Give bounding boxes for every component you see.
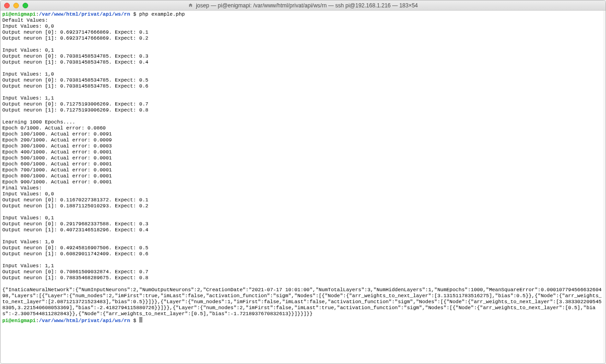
close-icon[interactable] (4, 3, 10, 8)
terminal-window: josep — pi@enigmapi: /var/www/html/priva… (0, 0, 606, 364)
prompt-path: /var/www/html/privat/api/ws/rn (39, 318, 130, 323)
home-icon (188, 3, 193, 8)
window-controls (0, 3, 28, 8)
terminal-output[interactable]: pi@enigmapi:/var/www/html/privat/api/ws/… (0, 11, 604, 364)
cursor (139, 317, 142, 323)
scrollbar-up-icon[interactable] (604, 11, 606, 18)
prompt-user-host: pi@enigmapi (2, 12, 36, 17)
window-title: josep — pi@enigmapi: /var/www/html/priva… (0, 0, 606, 10)
minimize-icon[interactable] (13, 3, 19, 8)
terminal-area: pi@enigmapi:/var/www/html/privat/api/ws/… (0, 11, 606, 364)
prompt-user-host: pi@enigmapi (2, 318, 36, 323)
prompt-path: /var/www/html/privat/api/ws/rn (39, 12, 130, 17)
scrollbar[interactable] (604, 11, 606, 364)
window-title-text: josep — pi@enigmapi: /var/www/html/priva… (196, 2, 418, 9)
titlebar[interactable]: josep — pi@enigmapi: /var/www/html/priva… (0, 0, 606, 11)
maximize-icon[interactable] (23, 3, 28, 8)
entered-command: php example.php (139, 12, 185, 17)
